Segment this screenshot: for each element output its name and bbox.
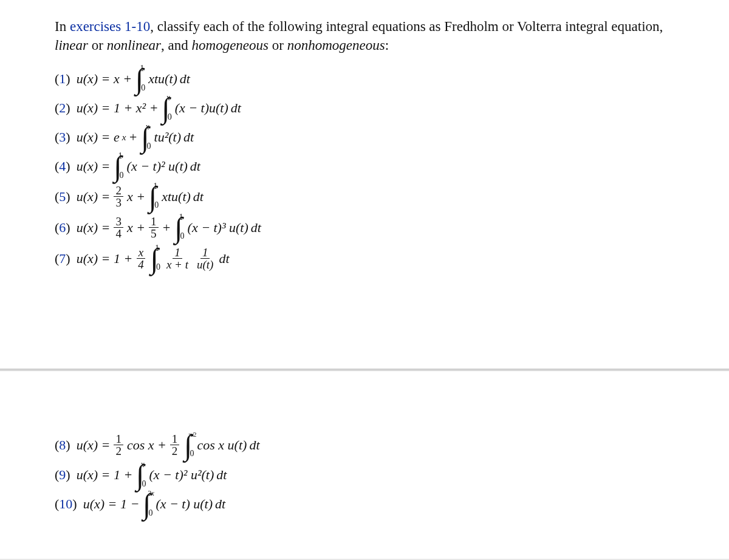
fraction: 23: [114, 185, 123, 208]
equation-1: (1) u(x) = x + ∫10 xtu(t) dt: [55, 68, 674, 90]
intro-or1: or: [88, 38, 107, 53]
eq-number: (9): [55, 467, 70, 483]
page-2: (8) u(x) = 12 cos x + 12 ∫π⁄20 cos x u(t…: [0, 371, 729, 559]
fraction: x4: [136, 247, 146, 270]
eq-number: (1): [55, 70, 70, 88]
instructions: In exercises 1-10, classify each of the …: [55, 17, 674, 55]
equation-2: (2) u(x) = 1 + x² + ∫x0 (x − t)u(t) dt: [55, 97, 674, 119]
equation-6: (6) u(x) = 34 x + 15 + ∫10 (x − t)³ u(t)…: [55, 216, 674, 239]
eq-lhs: u(x) = 1 −: [83, 496, 140, 512]
eq-number: (5): [55, 188, 70, 206]
integral-icon: ∫x0: [141, 126, 150, 148]
integral-icon: ∫10: [114, 155, 123, 177]
intro-rest2: , and: [161, 38, 191, 53]
eq-number: (8): [55, 437, 70, 453]
integral-icon: ∫x0: [162, 97, 171, 119]
eq-number: (4): [55, 157, 70, 176]
mid: x +: [127, 188, 145, 206]
dt: dt: [183, 128, 194, 146]
dt: dt: [216, 467, 227, 483]
dt: dt: [180, 70, 190, 88]
integrand: tu²(t): [154, 128, 181, 146]
integral-icon: ∫10: [135, 68, 145, 90]
mid: cos x +: [127, 437, 166, 453]
mid: x +: [127, 219, 145, 237]
intro-italic1: linear: [55, 38, 88, 53]
equation-7: (7) u(x) = 1 + x4 ∫10 1x + t 1u(t) dt: [55, 247, 674, 270]
fraction: 1u(t): [195, 247, 215, 270]
dt: dt: [190, 157, 200, 176]
eq-number: (3): [55, 128, 70, 146]
integral-icon: ∫10: [149, 186, 158, 208]
intro-lead: In: [55, 19, 70, 34]
intro-tail: :: [385, 38, 389, 53]
fraction: 34: [114, 216, 123, 239]
eq-lhs: u(x) = x +: [77, 70, 132, 88]
equation-5: (5) u(x) = 23 x + ∫10 xtu(t) dt: [55, 185, 674, 208]
integral-icon: ∫10: [174, 217, 183, 239]
integral-icon: ∫2x0: [143, 493, 152, 515]
intro-blue: exercises: [70, 19, 121, 34]
eq-lhs: u(x) =: [77, 188, 111, 206]
eq-lhs-b: +: [129, 128, 138, 146]
integrand: xtu(t): [148, 70, 177, 88]
mid2: +: [162, 219, 171, 237]
intro-italic2: nonlinear: [107, 38, 161, 53]
eq-lhs-a: u(x) = e: [77, 128, 120, 146]
equation-10: (10) u(x) = 1 − ∫2x0 (x − t) u(t) dt: [55, 493, 674, 515]
intro-italic3: homogeneous: [192, 38, 269, 53]
equation-3: (3) u(x) = ex + ∫x0 tu²(t) dt: [55, 126, 674, 148]
fraction: 15: [149, 216, 159, 239]
dt: dt: [231, 99, 241, 117]
eq-number: (2): [55, 99, 70, 117]
equation-8: (8) u(x) = 12 cos x + 12 ∫π⁄20 cos x u(t…: [55, 433, 674, 457]
fraction: 1x + t: [165, 247, 190, 270]
eq-lhs: u(x) =: [77, 219, 111, 237]
dt: dt: [251, 219, 261, 237]
eq-lhs-sup: x: [122, 131, 126, 144]
equation-4: (4) u(x) = ∫10 (x − t)² u(t) dt: [55, 155, 674, 177]
eq-lhs: u(x) = 1 + x² +: [77, 99, 159, 117]
integrand: (x − t)² u²(t): [149, 467, 214, 483]
eq-lhs: u(x) =: [77, 157, 111, 176]
integral-icon: ∫10: [151, 248, 160, 270]
integrand: (x − t)² u(t): [127, 157, 188, 176]
intro-range: 1-10: [121, 19, 150, 34]
eq-number: (7): [55, 250, 70, 268]
integrand: xtu(t): [162, 188, 191, 206]
intro-rest1: , classify each of the following integra…: [150, 19, 663, 34]
equation-9: (9) u(x) = 1 + ∫x0 (x − t)² u²(t) dt: [55, 464, 674, 486]
dt: dt: [193, 188, 204, 206]
eq-lhs: u(x) =: [77, 437, 111, 453]
dt: dt: [215, 496, 225, 512]
fraction: 12: [170, 433, 180, 457]
page: In exercises 1-10, classify each of the …: [0, 0, 729, 559]
integrand: cos x u(t): [197, 437, 247, 453]
eq-number: (6): [55, 219, 70, 237]
integrand: (x − t)u(t): [175, 99, 228, 117]
eq-lhs: u(x) = 1 +: [77, 250, 133, 268]
integrand: (x − t) u(t): [156, 496, 213, 512]
intro-or2: or: [269, 38, 287, 53]
eq-lhs: u(x) = 1 +: [77, 467, 133, 483]
integral-icon: ∫x0: [136, 464, 145, 486]
whitespace: [55, 278, 674, 344]
fraction: 12: [114, 433, 123, 457]
intro-italic4: nonhomogeneous: [287, 38, 385, 53]
integrand: (x − t)³ u(t): [188, 219, 248, 237]
page-1: In exercises 1-10, classify each of the …: [0, 0, 729, 369]
dt: dt: [219, 250, 229, 268]
integral-icon: ∫π⁄20: [184, 434, 193, 456]
dt: dt: [249, 437, 259, 453]
eq-number: (10): [55, 496, 77, 512]
